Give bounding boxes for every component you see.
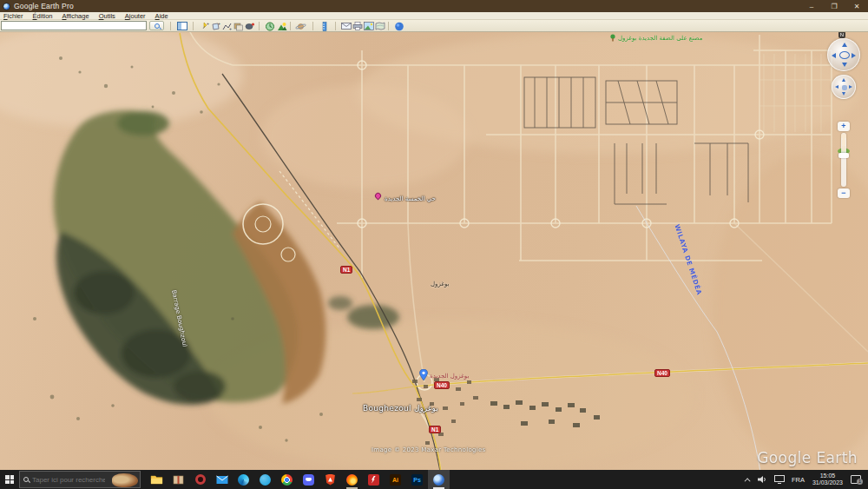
earth-globe-button[interactable] [392, 21, 405, 31]
window-title: Google Earth Pro [14, 2, 74, 10]
ruler-icon [321, 22, 328, 31]
taskbar-icon-photoshop[interactable]: Ps [406, 470, 428, 489]
record-tour-icon [245, 22, 255, 31]
sunlight-button[interactable] [275, 21, 288, 31]
sidebar-toggle-icon [177, 22, 187, 30]
taskbar-icon-chrome[interactable] [276, 470, 298, 489]
tray-volume[interactable] [754, 470, 771, 489]
close-button[interactable]: ✕ [845, 0, 868, 12]
tray-clock[interactable]: 15:05 31/03/2023 [808, 472, 847, 486]
imagery-copyright: Image © 2023 Maxar Technologies [372, 446, 486, 453]
look-right-icon[interactable] [852, 53, 856, 58]
compass-north-marker: N [838, 32, 845, 38]
file-explorer-icon [150, 474, 163, 485]
view-in-maps-button[interactable] [373, 21, 386, 31]
minimize-button[interactable]: – [800, 0, 823, 12]
illustrator-icon: Ai [390, 474, 401, 486]
planets-button[interactable] [294, 21, 307, 31]
locality-label: بوغزول [431, 281, 450, 287]
taskbar-search-input[interactable] [32, 476, 105, 484]
email-icon [341, 22, 352, 30]
route-shield-n40-east: N40 [654, 369, 670, 377]
search-highlight-image[interactable] [112, 473, 138, 487]
record-tour-button[interactable] [243, 21, 256, 31]
move-center-icon [842, 85, 847, 90]
taskbar-icon-edge[interactable] [233, 470, 254, 489]
save-image-icon [364, 22, 374, 30]
language-indicator[interactable]: FRA [788, 470, 808, 489]
google-earth-taskbar-icon [433, 474, 444, 486]
chrome-icon [281, 474, 293, 486]
look-down-icon[interactable] [842, 63, 847, 67]
taskbar-icon-security-ring[interactable] [189, 470, 211, 489]
look-up-icon[interactable] [842, 43, 847, 47]
windows-logo-icon [5, 475, 14, 484]
action-center-button[interactable]: 1 [847, 470, 868, 489]
look-left-icon[interactable] [832, 53, 836, 58]
firefox-icon [346, 474, 358, 486]
sidebar-toggle-button[interactable] [175, 21, 188, 31]
taskbar-icon-skype[interactable] [254, 470, 276, 489]
menu-ajouter[interactable]: Ajouter [125, 12, 146, 20]
taskbar-icon-mail[interactable] [211, 470, 233, 489]
zoom-slider-thumb[interactable] [838, 153, 849, 158]
earth-globe-icon [394, 22, 404, 31]
lightning-icon [368, 474, 379, 486]
taskbar-icon-google-earth[interactable] [428, 470, 450, 489]
taskbar-icon-brave[interactable] [319, 470, 341, 489]
discord-icon [303, 474, 314, 486]
taskbar-search-icon [23, 477, 29, 482]
add-polygon-icon: + [211, 22, 221, 31]
ruler-button[interactable] [318, 21, 331, 31]
taskbar-icon-firefox[interactable] [341, 470, 363, 489]
windows-taskbar: Ai Ps FRA 15:05 31/03/2023 1 [0, 470, 868, 489]
menu-edition[interactable]: Édition [33, 12, 53, 20]
tray-time: 15:05 [812, 472, 843, 479]
menu-aide[interactable]: Aide [155, 12, 168, 20]
blue-pin-icon[interactable] [419, 369, 428, 380]
start-button[interactable] [0, 470, 19, 489]
title-bar: Google Earth Pro – ❐ ✕ [0, 0, 868, 12]
tray-display[interactable] [771, 470, 788, 489]
move-left-icon[interactable] [835, 85, 838, 89]
zoom-in-button[interactable]: + [838, 122, 850, 131]
menu-affichage[interactable]: Affichage [62, 12, 89, 20]
taskbar-icon-package[interactable] [168, 470, 189, 489]
taskbar-icon-lightning[interactable] [363, 470, 385, 489]
search-icon [155, 23, 160, 29]
menu-fichier[interactable]: Fichier [3, 12, 23, 20]
search-button[interactable] [149, 21, 164, 30]
brave-icon [326, 474, 336, 486]
zoom-out-button[interactable]: − [838, 188, 850, 198]
notification-icon: 1 [851, 475, 861, 484]
tray-expand-button[interactable] [743, 470, 754, 489]
placemark-top[interactable]: مصنع على الضفة الجديدة بوغزول [609, 34, 702, 42]
historical-imagery-button[interactable] [263, 21, 276, 31]
new-city-label: بوغزول الجديدة [430, 373, 469, 380]
planets-icon [295, 22, 306, 31]
add-placemark-icon: + [200, 22, 210, 31]
zoom-slider-track[interactable] [841, 133, 846, 187]
map-viewport[interactable]: مصنع على الضفة الجديدة بوغزول حي الخمسة … [0, 32, 868, 470]
restore-button[interactable]: ❐ [823, 0, 845, 12]
taskbar-icon-discord[interactable] [298, 470, 319, 489]
taskbar-search-box[interactable] [19, 471, 141, 488]
menu-outils[interactable]: Outils [99, 12, 115, 20]
taskbar-icon-file-explorer[interactable] [146, 470, 168, 489]
tray-date: 31/03/2023 [812, 479, 843, 486]
menu-bar: Fichier Édition Affichage Outils Ajouter… [0, 12, 868, 20]
google-earth-watermark: Google Earth [757, 449, 858, 466]
move-down-icon[interactable] [842, 92, 845, 96]
package-icon [173, 474, 184, 485]
taskbar-icon-illustrator[interactable]: Ai [385, 470, 406, 489]
move-right-icon[interactable] [849, 85, 852, 89]
district-placemark-label: حي الخمسة الجديدة [385, 195, 436, 202]
add-image-overlay-icon [233, 22, 244, 31]
earth-search-input[interactable] [1, 21, 147, 30]
chevron-up-icon [745, 478, 751, 484]
route-shield-n1-south: N1 [429, 426, 441, 433]
look-joystick[interactable] [827, 38, 860, 71]
move-joystick[interactable] [832, 75, 856, 99]
move-up-icon[interactable] [842, 78, 845, 82]
mail-icon [216, 475, 228, 485]
